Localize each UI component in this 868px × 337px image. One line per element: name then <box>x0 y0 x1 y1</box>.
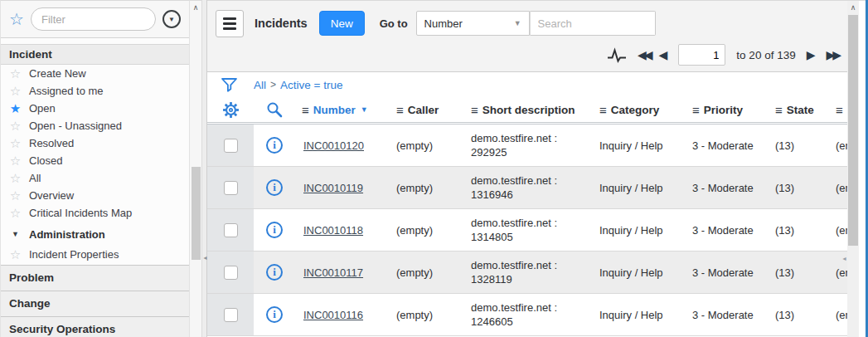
column-header-priority[interactable]: ≡ Priority <box>686 97 769 122</box>
column-header-caller[interactable]: ≡ Caller <box>390 97 464 122</box>
sidebar-item-all[interactable]: ☆ All <box>1 169 189 187</box>
star-icon[interactable]: ☆ <box>9 189 22 202</box>
sidebar-section-change[interactable]: Change <box>1 291 189 316</box>
sidebar-section-security-operations[interactable]: Security Operations <box>1 316 189 337</box>
row-checkbox[interactable] <box>224 308 238 322</box>
category-cell: Inquiry / Help <box>593 167 686 208</box>
star-icon[interactable]: ☆ <box>9 207 22 219</box>
scroll-up-icon[interactable]: ∧ <box>847 3 859 12</box>
navigator-options-button[interactable]: ▼ <box>162 10 181 28</box>
personalize-list-gear[interactable] <box>207 97 254 122</box>
column-menu-icon[interactable]: ≡ <box>302 103 309 117</box>
list-scrollbar[interactable]: ∧ <box>847 0 859 337</box>
sidebar-scrollbar[interactable]: ∧ <box>189 0 201 337</box>
column-menu-icon[interactable]: ≡ <box>599 103 607 117</box>
column-header-category[interactable]: ≡ Category <box>593 97 686 122</box>
collapse-right-pane-icon[interactable]: ◄ <box>841 256 847 261</box>
sidebar-group-administration[interactable]: ▼ Administration <box>1 225 189 243</box>
first-page-button[interactable]: ◀◀ <box>638 49 651 61</box>
state-cell: (13) <box>769 209 829 251</box>
record-preview-info-icon[interactable]: i <box>266 222 283 238</box>
incident-number-link[interactable]: INC0010117 <box>303 266 363 279</box>
new-button[interactable]: New <box>319 11 365 36</box>
column-header-short-description[interactable]: ≡ Short description <box>464 97 593 122</box>
sidebar-item-incident-properties[interactable]: ☆ Incident Properties <box>1 246 189 263</box>
breadcrumb-all-link[interactable]: All <box>254 79 266 91</box>
state-cell: (13) <box>769 125 829 166</box>
column-header-number[interactable]: ≡ Number ▼ <box>295 97 390 122</box>
state-cell: (13) <box>769 167 829 208</box>
sidebar-item-open-unassigned[interactable]: ☆ Open - Unassigned <box>1 117 189 134</box>
sidebar-item-overview[interactable]: ☆ Overview <box>1 187 189 204</box>
star-icon[interactable]: ☆ <box>9 154 22 167</box>
row-checkbox[interactable] <box>224 139 238 153</box>
scroll-up-icon[interactable]: ∧ <box>190 3 201 12</box>
record-preview-info-icon[interactable]: i <box>266 264 283 281</box>
sidebar-item-resolved[interactable]: ☆ Resolved <box>1 134 189 152</box>
pane-divider: ◄ <box>201 0 207 337</box>
list-search-button[interactable] <box>254 97 295 122</box>
column-header-clipped[interactable]: ≡ <box>829 97 847 122</box>
page-number-input[interactable] <box>678 44 725 66</box>
star-icon[interactable]: ☆ <box>9 137 22 149</box>
clipped-cell: (empty) <box>829 167 847 208</box>
row-checkbox[interactable] <box>224 223 238 237</box>
column-menu-icon[interactable]: ≡ <box>692 103 700 117</box>
search-icon <box>266 101 283 118</box>
column-menu-icon[interactable]: ≡ <box>396 103 404 117</box>
incident-number-link[interactable]: INC0010119 <box>303 182 363 194</box>
priority-cell: 3 - Moderate <box>686 125 769 166</box>
short-description-cell: demo.testfire.net : 1316946 <box>471 173 586 202</box>
navigator-header: ☆ ▼ <box>1 1 189 38</box>
last-page-button[interactable]: ▶▶ <box>826 49 839 61</box>
sidebar-item-critical-incidents-map[interactable]: ☆ Critical Incidents Map <box>1 204 189 222</box>
record-preview-info-icon[interactable]: i <box>266 306 283 323</box>
sidebar-item-assigned-to-me[interactable]: ☆ Assigned to me <box>1 82 189 100</box>
sidebar-group-label: Administration <box>29 228 105 241</box>
clipped-cell: (empty) <box>829 125 847 166</box>
sort-descending-icon: ▼ <box>361 105 368 114</box>
incident-number-link[interactable]: INC0010120 <box>303 139 364 152</box>
hamburger-icon <box>223 17 236 20</box>
filter-funnel-icon[interactable] <box>221 77 238 93</box>
sidebar-item-open[interactable]: ★ Open <box>1 100 189 117</box>
column-menu-icon[interactable]: ≡ <box>836 103 843 117</box>
short-description-cell: demo.testfire.net : 1246605 <box>471 300 586 329</box>
record-preview-info-icon[interactable]: i <box>266 179 283 196</box>
star-icon[interactable]: ☆ <box>9 120 22 132</box>
column-menu-icon[interactable]: ≡ <box>775 103 783 117</box>
column-menu-icon[interactable]: ≡ <box>471 103 478 117</box>
sidebar-item-create-new[interactable]: ☆ Create New <box>1 65 189 82</box>
breadcrumb-condition-link[interactable]: Active = true <box>280 79 342 91</box>
breadcrumb-separator: > <box>270 79 276 90</box>
table-row: i INC0010120 (empty) demo.testfire.net :… <box>207 125 847 167</box>
star-icon[interactable]: ☆ <box>9 248 22 261</box>
star-icon[interactable]: ☆ <box>9 172 22 184</box>
sidebar-scrollbar-thumb[interactable] <box>192 167 201 260</box>
goto-search-input[interactable] <box>530 11 656 36</box>
row-checkbox[interactable] <box>224 181 238 195</box>
incident-number-link[interactable]: INC0010116 <box>303 309 363 321</box>
favorites-star-icon[interactable]: ☆ <box>9 11 24 27</box>
star-icon[interactable]: ☆ <box>9 67 22 80</box>
previous-page-button[interactable]: ◀ <box>659 49 668 61</box>
list-scrollbar-thumb[interactable] <box>848 15 858 246</box>
goto-label: Go to <box>380 17 408 30</box>
sidebar-item-closed[interactable]: ☆ Closed <box>1 152 189 169</box>
short-description-cell: demo.testfire.net : 1314805 <box>471 216 586 244</box>
record-preview-info-icon[interactable]: i <box>266 137 283 154</box>
row-checkbox[interactable] <box>224 266 238 280</box>
sidebar-section-problem[interactable]: Problem <box>1 265 189 291</box>
sidebar-accordion: Problem Change Security Operations <box>1 265 189 337</box>
table-row: i INC0010119 (empty) demo.testfire.net :… <box>207 167 847 209</box>
star-filled-icon[interactable]: ★ <box>9 102 22 115</box>
column-header-state[interactable]: ≡ State <box>769 97 829 122</box>
goto-field-select[interactable]: Number ▼ <box>416 11 530 36</box>
incident-number-link[interactable]: INC0010118 <box>303 224 363 237</box>
navigator-filter-input[interactable] <box>31 7 156 31</box>
sidebar-item-label: All <box>29 172 41 184</box>
next-page-button[interactable]: ▶ <box>807 49 816 61</box>
list-context-menu-button[interactable] <box>216 10 244 37</box>
activity-stream-icon[interactable] <box>607 47 627 63</box>
star-icon[interactable]: ☆ <box>9 85 22 97</box>
